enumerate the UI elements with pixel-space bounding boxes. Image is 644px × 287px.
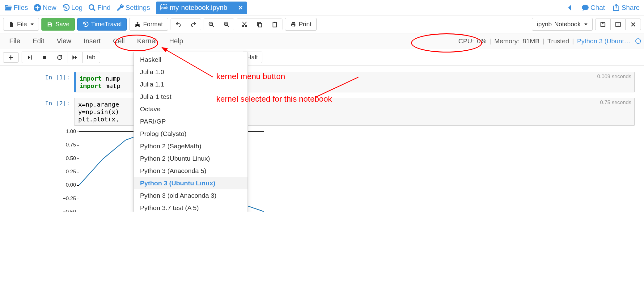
timetravel-button[interactable]: TimeTravel (77, 18, 127, 31)
kernel-option[interactable]: Python 3 (old Anaconda 3) (134, 189, 248, 202)
menu-insert[interactable]: Insert (78, 35, 107, 47)
kernel-option[interactable]: Haskell (134, 53, 248, 66)
kernel-indicator[interactable]: Python 3 (Ubunt… (577, 37, 630, 45)
find-link[interactable]: Find (86, 3, 112, 12)
copy-button[interactable] (252, 19, 267, 30)
files-link[interactable]: Files (2, 3, 30, 12)
kernel-option[interactable]: Python 3.7 test (A 5) (134, 202, 248, 212)
svg-rect-13 (273, 22, 277, 27)
svg-rect-12 (258, 23, 261, 27)
svg-rect-3 (49, 25, 51, 26)
chat-label: Chat (591, 4, 605, 12)
cell-timing: 0.009 seconds (597, 74, 631, 80)
folder-open-icon (4, 4, 12, 12)
columns-icon (615, 21, 621, 27)
close-panel-button[interactable] (625, 19, 641, 30)
run-all-button[interactable] (67, 52, 82, 63)
save-label: Save (55, 21, 70, 28)
cell-prompt: In [2]: (9, 98, 74, 107)
menu-kernel[interactable]: Kernel (131, 35, 163, 47)
menu-edit[interactable]: Edit (26, 35, 50, 47)
kernel-dropdown[interactable]: HaskellJulia 1.0Julia 1.1Julia-1 testOct… (133, 52, 248, 212)
file-label: File (17, 21, 27, 28)
fast-forward-icon (72, 54, 78, 61)
kernel-option[interactable]: Python 3 (Anaconda 5) (134, 165, 248, 177)
svg-rect-14 (274, 22, 275, 23)
redo-icon (190, 21, 197, 27)
plus-circle-icon (33, 4, 41, 12)
paste-button[interactable] (267, 19, 282, 30)
timetravel-label: TimeTravel (91, 21, 122, 28)
kernel-option[interactable]: Python 2 (SageMath) (134, 140, 248, 152)
menu-cell[interactable]: Cell (107, 35, 131, 47)
trusted-label[interactable]: Trusted (547, 37, 569, 45)
history-icon (62, 4, 70, 12)
cut-icon (241, 21, 248, 27)
kernel-option[interactable]: Julia-1 test (134, 91, 248, 103)
restart-button[interactable] (52, 52, 67, 63)
menu-file[interactable]: File (3, 35, 26, 47)
cpu-value: 0% (477, 37, 486, 45)
run-button[interactable] (22, 52, 37, 63)
save-button[interactable]: Save (41, 18, 75, 31)
close-tab-icon[interactable]: × (238, 3, 243, 12)
kernel-option[interactable]: Prolog (Calysto) (134, 128, 248, 140)
kernel-option[interactable]: Julia 1.0 (134, 66, 248, 78)
settings-link[interactable]: Settings (114, 3, 152, 12)
format-button[interactable]: Format (129, 18, 168, 31)
share-link[interactable]: Share (610, 3, 642, 12)
svg-rect-16 (602, 23, 604, 23)
kernel-option[interactable]: Octave (134, 103, 248, 115)
step-forward-icon (26, 54, 32, 61)
menu-view[interactable]: View (50, 35, 77, 47)
cell-prompt: In [1]: (9, 72, 74, 81)
ytick-label: 0.25 (57, 169, 76, 175)
code-cell[interactable]: In [2]:0.75 secondsx=np.arange y=np.sin(… (9, 98, 635, 126)
back-forward[interactable] (564, 3, 576, 12)
zoom-out-button[interactable] (204, 19, 219, 30)
save-icon (600, 21, 606, 27)
ytick-label: 1.00 (57, 129, 76, 135)
undo-button[interactable] (171, 19, 186, 30)
notebook-label: Notebook (554, 21, 581, 28)
split-button[interactable] (610, 19, 625, 30)
save-alt-button[interactable] (595, 19, 610, 30)
file-menu-button[interactable]: File (3, 18, 39, 31)
plus-icon (8, 54, 14, 61)
chat-link[interactable]: Chat (579, 3, 607, 12)
kernel-status-icon (635, 38, 641, 44)
svg-rect-2 (49, 23, 51, 24)
new-link[interactable]: New (32, 3, 58, 12)
redo-button[interactable] (186, 19, 201, 30)
file-icon (8, 21, 15, 27)
jupyter-icon: ipynb (160, 4, 167, 11)
notebook-mode-button[interactable]: ipynb Notebook (532, 18, 593, 31)
kernel-option[interactable]: Julia 1.1 (134, 78, 248, 91)
menu-help[interactable]: Help (163, 35, 189, 47)
code-cell[interactable]: In [1]:0.009 secondsimport nump import m… (9, 72, 635, 92)
log-link[interactable]: Log (60, 3, 84, 12)
format-label: Format (143, 21, 163, 28)
kernel-option[interactable]: PARI/GP (134, 115, 248, 128)
cut-button[interactable] (237, 19, 252, 30)
active-tab[interactable]: ipynb my-notebook.ipynb × (156, 2, 247, 14)
undo-icon (175, 21, 181, 27)
stop-button[interactable] (37, 52, 52, 63)
main-toolbar: File Save TimeTravel Format (0, 15, 644, 33)
save-icon (47, 21, 53, 27)
kernel-option[interactable]: Python 2 (Ubuntu Linux) (134, 152, 248, 165)
share-label: Share (621, 4, 640, 12)
zoom-in-button[interactable] (219, 19, 234, 30)
svg-rect-6 (139, 26, 140, 27)
paste-icon (272, 21, 278, 27)
tab-button[interactable]: tab (82, 52, 100, 63)
print-label: Print (299, 21, 311, 28)
search-icon (88, 4, 96, 12)
cpu-label: CPU: (458, 37, 474, 45)
kernel-option[interactable]: Python 3 (Ubuntu Linux) (134, 177, 248, 189)
insert-cell-button[interactable] (3, 52, 19, 63)
find-label: Find (97, 4, 111, 12)
new-label: New (43, 4, 56, 12)
print-button[interactable]: Print (285, 18, 317, 31)
chat-icon (581, 4, 589, 12)
